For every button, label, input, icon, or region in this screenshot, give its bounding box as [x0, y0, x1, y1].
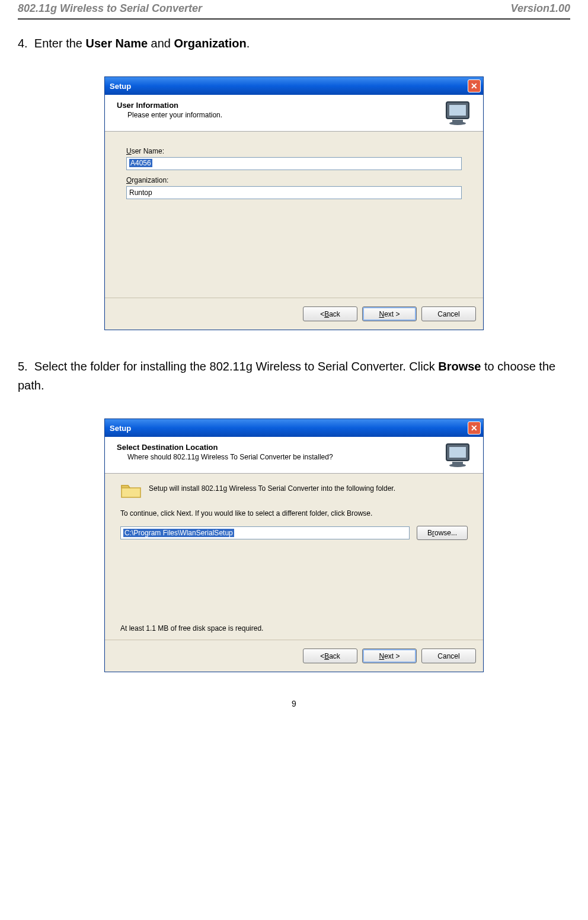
back-button[interactable]: < Back: [303, 306, 357, 321]
user-name-input[interactable]: A4056: [126, 157, 462, 170]
cancel-button[interactable]: Cancel: [421, 649, 476, 663]
page-number: 9: [18, 699, 570, 708]
window-title: Setup: [110, 424, 131, 433]
dialog-header-title: User Information: [117, 101, 475, 110]
button-bar: < Back Next > Cancel: [105, 298, 483, 330]
dialog2-wrap: Setup ✕ Select Destination Location Wher…: [18, 419, 570, 672]
continue-text: To continue, click Next. If you would li…: [120, 509, 468, 518]
organization-label: Organization:: [126, 176, 462, 184]
computer-icon: [443, 100, 475, 126]
window-title: Setup: [110, 82, 131, 91]
dialog-header-subtitle: Please enter your information.: [117, 111, 475, 119]
computer-icon: [443, 442, 475, 468]
user-name-label: User Name:: [126, 147, 462, 155]
dialog1-wrap: Setup ✕ User Information Please enter yo…: [18, 76, 570, 330]
header-right: Version1.00: [511, 2, 570, 15]
setup-dialog-user-info: Setup ✕ User Information Please enter yo…: [104, 76, 484, 330]
dialog-body: Setup will install 802.11g Wireless To S…: [105, 474, 483, 640]
dialog-body: User Name: A4056 Organization:: [105, 132, 483, 298]
titlebar[interactable]: Setup ✕: [105, 419, 483, 437]
next-button[interactable]: Next >: [362, 306, 417, 321]
cancel-button[interactable]: Cancel: [421, 306, 476, 321]
destination-path-input[interactable]: C:\Program Files\WlanSerialSetup: [120, 526, 410, 539]
svg-rect-1: [449, 105, 466, 116]
install-text: Setup will install 802.11g Wireless To S…: [149, 482, 395, 493]
next-button[interactable]: Next >: [362, 649, 417, 663]
dialog-header-subtitle: Where should 802.11g Wireless To Serial …: [117, 453, 475, 461]
browse-button[interactable]: Browse...: [417, 526, 468, 540]
header-left: 802.11g Wireless to Serial Converter: [18, 2, 202, 15]
install-text-row: Setup will install 802.11g Wireless To S…: [120, 482, 468, 500]
svg-point-3: [449, 122, 466, 125]
dialog-header-title: Select Destination Location: [117, 443, 475, 452]
step5-text: 5. Select the folder for installing the …: [18, 357, 570, 395]
close-icon[interactable]: ✕: [468, 421, 481, 435]
organization-input[interactable]: [126, 186, 462, 199]
back-button[interactable]: < Back: [303, 649, 357, 663]
dialog-header: Select Destination Location Where should…: [105, 437, 483, 474]
dialog-header: User Information Please enter your infor…: [105, 95, 483, 132]
step4-text: 4. Enter the User Name and Organization.: [18, 34, 570, 53]
page-header: 802.11g Wireless to Serial Converter Ver…: [18, 0, 570, 20]
folder-icon: [120, 482, 142, 500]
close-icon[interactable]: ✕: [468, 79, 481, 92]
svg-point-7: [449, 464, 466, 467]
setup-dialog-destination: Setup ✕ Select Destination Location Wher…: [104, 419, 484, 672]
disk-space-text: At least 1.1 MB of free disk space is re…: [120, 624, 263, 632]
button-bar: < Back Next > Cancel: [105, 640, 483, 672]
svg-rect-5: [449, 447, 466, 458]
titlebar[interactable]: Setup ✕: [105, 77, 483, 95]
path-row: C:\Program Files\WlanSerialSetup Browse.…: [120, 526, 468, 540]
